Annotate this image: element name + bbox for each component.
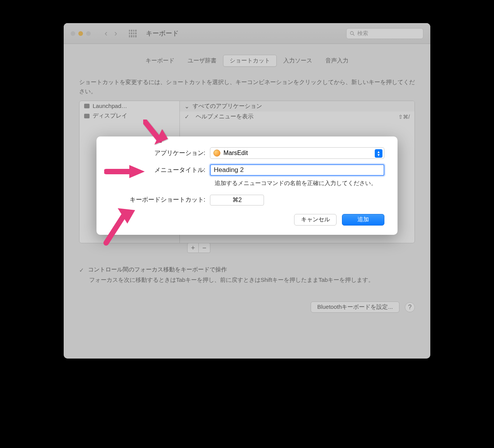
- application-value: MarsEdit: [223, 150, 248, 157]
- keyboard-shortcut-input[interactable]: ⌘2: [210, 195, 264, 205]
- marsedit-icon: [213, 150, 220, 157]
- cancel-button[interactable]: キャンセル: [294, 214, 337, 226]
- preferences-window: ‹ › キーボード 検索 キーボード ユーザ辞書 ショートカット 入力ソース 音…: [64, 23, 430, 359]
- menu-title-input[interactable]: [210, 164, 384, 176]
- annotation-arrow-icon: [100, 200, 139, 247]
- menu-title-hint: 追加するメニューコマンドの名前を正確に入力してください。: [215, 179, 384, 188]
- add-button[interactable]: 追加: [342, 214, 384, 226]
- updown-icon: ▲▼: [375, 149, 382, 158]
- application-select[interactable]: MarsEdit ▲▼: [210, 147, 384, 159]
- annotation-arrow-icon: [104, 162, 147, 181]
- annotation-arrow-icon: [141, 118, 172, 152]
